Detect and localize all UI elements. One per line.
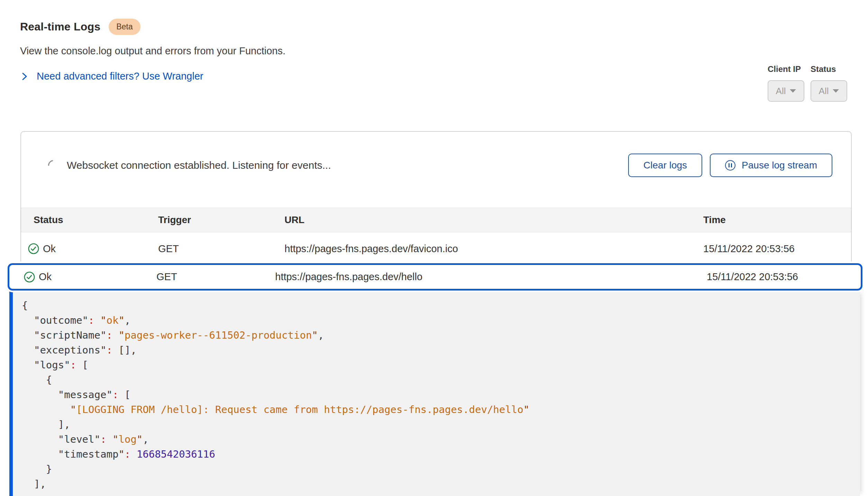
pause-log-stream-label: Pause log stream (742, 160, 817, 171)
beta-badge: Beta (109, 19, 140, 35)
log-row[interactable]: Ok GET https://pages-fns.pages.dev/favic… (21, 233, 851, 265)
status-cell: Ok (24, 271, 156, 283)
wrangler-link[interactable]: Need advanced filters? Use Wrangler (37, 71, 203, 82)
websocket-status-text: Websocket connection established. Listen… (67, 159, 331, 171)
pause-log-stream-button[interactable]: Pause log stream (710, 154, 832, 177)
column-header-time: Time (703, 214, 851, 226)
client-ip-filter-label: Client IP (768, 64, 804, 74)
column-header-status: Status (34, 214, 158, 226)
filters: Client IP All Status All (768, 64, 847, 102)
client-ip-filter: Client IP All (768, 64, 804, 102)
check-circle-icon (24, 271, 35, 283)
status-filter: Status All (811, 64, 847, 102)
time-value: 15/11/2022 20:53:56 (707, 271, 861, 283)
url-value: https://pages-fns.pages.dev/favicon.ico (284, 243, 703, 255)
realtime-logs-page: Real-time Logs Beta View the console.log… (0, 0, 868, 496)
log-row-expanded[interactable]: Ok GET https://pages-fns.pages.dev/hello… (8, 263, 862, 291)
status-value: Ok (43, 243, 56, 255)
client-ip-filter-value: All (776, 86, 786, 97)
websocket-status: Websocket connection established. Listen… (48, 159, 331, 171)
page-header: Real-time Logs Beta View the console.log… (20, 19, 286, 82)
chevron-right-icon (20, 71, 29, 82)
title-row: Real-time Logs Beta (20, 19, 286, 35)
log-detail-json: { "outcome": "ok", "scriptName": "pages-… (13, 291, 860, 492)
column-header-trigger: Trigger (158, 214, 284, 226)
status-filter-value: All (819, 86, 829, 97)
wrangler-link-row[interactable]: Need advanced filters? Use Wrangler (20, 71, 286, 82)
status-value: Ok (39, 271, 52, 283)
page-title: Real-time Logs (20, 20, 100, 33)
panel-toolbar: Websocket connection established. Listen… (21, 154, 851, 177)
status-filter-label: Status (811, 64, 847, 74)
log-table-header: Status Trigger URL Time (21, 208, 851, 232)
url-value: https://pages-fns.pages.dev/hello (275, 271, 707, 283)
clear-logs-label: Clear logs (643, 160, 687, 171)
check-circle-icon (28, 243, 39, 255)
time-value: 15/11/2022 20:53:56 (703, 243, 851, 255)
spinner-icon (46, 158, 61, 173)
log-detail-area: { "outcome": "ok", "scriptName": "pages-… (9, 291, 860, 496)
clear-logs-button[interactable]: Clear logs (628, 154, 702, 177)
status-filter-dropdown[interactable]: All (811, 80, 847, 102)
page-subtitle: View the console.log output and errors f… (20, 45, 286, 57)
client-ip-filter-dropdown[interactable]: All (768, 80, 804, 102)
trigger-value: GET (156, 271, 275, 283)
status-cell: Ok (28, 243, 158, 255)
caret-down-icon (790, 89, 796, 93)
caret-down-icon (833, 89, 839, 93)
toolbar-buttons: Clear logs Pause log stream (628, 154, 832, 177)
pause-icon (725, 160, 735, 171)
column-header-url: URL (284, 214, 703, 226)
trigger-value: GET (158, 243, 284, 255)
